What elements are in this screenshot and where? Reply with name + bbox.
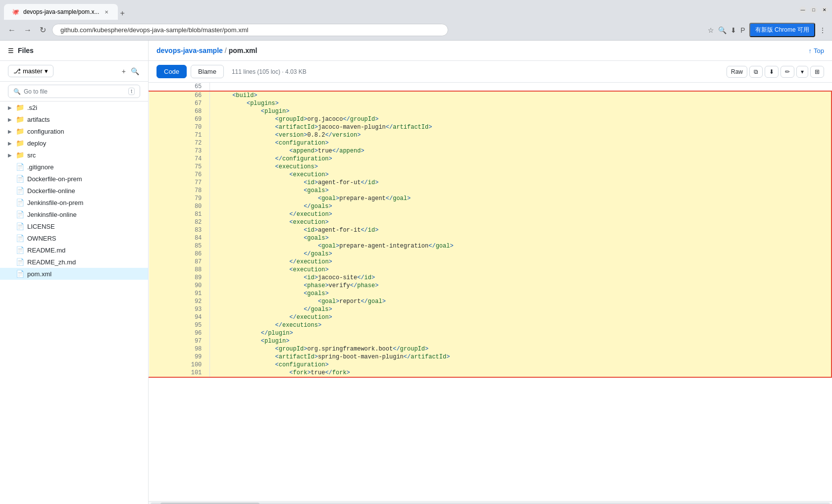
forward-button[interactable]: → — [22, 25, 34, 36]
tree-item-configuration[interactable]: ▶📁configuration — [0, 125, 148, 137]
file-icon: 📄 — [16, 234, 24, 242]
browser-tabs: 🐙 devops-java-sample/pom.x... ✕ + — [4, 0, 127, 20]
tree-item-pom-xml[interactable]: 📄pom.xml — [0, 268, 148, 280]
table-row: 65 — [149, 83, 832, 91]
folder-icon: 📁 — [16, 127, 24, 135]
new-tab-button[interactable]: + — [118, 7, 126, 20]
line-number: 77 — [149, 179, 210, 187]
tree-item-artifacts[interactable]: ▶📁artifacts — [0, 113, 148, 125]
table-row: 93 </goals> — [149, 305, 832, 313]
branch-area: ⎇ master ▾ + 🔍 — [0, 61, 148, 82]
folder-name: configuration — [27, 128, 64, 135]
table-row: 98 <groupId>org.springframework.boot</gr… — [149, 345, 832, 353]
raw-button[interactable]: Raw — [727, 66, 747, 78]
maximize-button[interactable]: □ — [810, 6, 817, 13]
search-files-button[interactable]: 🔍 — [130, 66, 140, 76]
table-row: 94 </execution> — [149, 313, 832, 321]
tab-blame-button[interactable]: Blame — [191, 65, 224, 78]
line-content: <plugin> — [210, 107, 832, 115]
folder-name: src — [27, 151, 36, 159]
tree-item--s2i[interactable]: ▶📁.s2i — [0, 101, 148, 113]
line-number: 85 — [149, 242, 210, 250]
table-row: 84 <goals> — [149, 234, 832, 242]
close-button[interactable]: ✕ — [821, 6, 828, 13]
line-number: 97 — [149, 337, 210, 345]
tree-item-Dockerfile-on-prem[interactable]: 📄Dockerfile-on-prem — [0, 173, 148, 185]
tree-item-README_zh-md[interactable]: 📄README_zh.md — [0, 256, 148, 268]
chrome-update-button[interactable]: 有新版 Chrome 可用 — [749, 23, 815, 37]
line-content: <execution> — [210, 266, 832, 274]
folder-name: deploy — [27, 140, 46, 147]
minimize-button[interactable]: — — [799, 6, 806, 13]
search-icon: 🔍 — [13, 88, 21, 95]
file-meta: 111 lines (105 loc) · 4.03 KB — [232, 68, 307, 75]
tree-item-README-md[interactable]: 📄README.md — [0, 244, 148, 256]
sidebar: ☰ Files ⎇ master ▾ + 🔍 🔍 Go to file t ▶📁… — [0, 41, 149, 504]
add-file-button[interactable]: + — [121, 66, 127, 76]
tree-item-Jenkinsfile-online[interactable]: 📄Jenkinsfile-online — [0, 208, 148, 220]
tree-item-LICENSE[interactable]: 📄LICENSE — [0, 220, 148, 232]
table-row: 70 <artifactId>jacoco-maven-plugin</arti… — [149, 123, 832, 131]
table-row: 67 <plugins> — [149, 100, 832, 107]
file-icon: 📄 — [16, 270, 24, 278]
branch-chevron-icon: ▾ — [45, 67, 48, 75]
line-content: </configuration> — [210, 155, 832, 163]
h-scrollbar-track[interactable] — [151, 503, 830, 504]
download-button[interactable]: ⬇ — [765, 66, 779, 78]
h-scrollbar-thumb[interactable] — [160, 503, 260, 504]
edit-button[interactable]: ✏ — [780, 66, 794, 78]
table-row: 86 </goals> — [149, 250, 832, 258]
line-number: 68 — [149, 107, 210, 115]
reload-button[interactable]: ↻ — [38, 24, 48, 36]
line-content: <id>agent-for-ut</id> — [210, 179, 832, 187]
download-icon[interactable]: ⬇ — [730, 26, 736, 34]
table-row: 74 </configuration> — [149, 155, 832, 163]
line-number: 86 — [149, 250, 210, 258]
table-row: 79 <goal>prepare-agent</goal> — [149, 195, 832, 202]
top-link[interactable]: ↑ Top — [809, 47, 824, 54]
tab-close-button[interactable]: ✕ — [103, 8, 110, 15]
file-name: Dockerfile-on-prem — [27, 175, 82, 183]
branch-selector[interactable]: ⎇ master ▾ — [8, 65, 53, 77]
chevron-icon: ▶ — [8, 141, 13, 146]
line-content: </goals> — [210, 202, 832, 210]
line-content: </execution> — [210, 210, 832, 218]
table-row: 73 <append>true</append> — [149, 147, 832, 155]
line-content: <plugins> — [210, 100, 832, 107]
code-container[interactable]: 6566 <build>67 <plugins>68 <plugin>69 <g… — [149, 83, 832, 501]
line-number: 72 — [149, 139, 210, 147]
address-input[interactable] — [52, 24, 448, 36]
sidebar-title: Files — [18, 47, 34, 54]
active-tab[interactable]: 🐙 devops-java-sample/pom.x... ✕ — [4, 4, 118, 20]
line-content: <configuration> — [210, 361, 832, 369]
tree-item-OWNERS[interactable]: 📄OWNERS — [0, 232, 148, 244]
file-toolbar: Code Blame 111 lines (105 loc) · 4.03 KB… — [149, 61, 832, 83]
line-number: 69 — [149, 115, 210, 123]
profile-icon[interactable]: P — [740, 26, 745, 34]
horizontal-scrollbar[interactable] — [149, 501, 832, 504]
tree-item--gitignore[interactable]: 📄.gitignore — [0, 161, 148, 173]
folder-name: .s2i — [27, 104, 37, 111]
tree-item-deploy[interactable]: ▶📁deploy — [0, 137, 148, 149]
extensions-icon[interactable]: ⋮ — [819, 26, 826, 34]
line-content: <phase>verify</phase> — [210, 282, 832, 290]
zoom-icon[interactable]: 🔍 — [718, 26, 727, 34]
more-button[interactable]: ▾ — [796, 66, 808, 78]
tree-item-Dockerfile-online[interactable]: 📄Dockerfile-online — [0, 185, 148, 197]
line-number: 84 — [149, 234, 210, 242]
table-row: 99 <artifactId>spring-boot-maven-plugin<… — [149, 353, 832, 361]
tree-item-src[interactable]: ▶📁src — [0, 149, 148, 161]
content-area: devops-java-sample / pom.xml ↑ Top Code … — [149, 41, 832, 504]
symbols-button[interactable]: ⊞ — [810, 66, 824, 78]
file-icon: 📄 — [16, 258, 24, 266]
copy-raw-button[interactable]: ⧉ — [749, 66, 763, 78]
go-to-file-input[interactable]: 🔍 Go to file t — [8, 85, 140, 98]
back-button[interactable]: ← — [6, 25, 18, 36]
tab-code-button[interactable]: Code — [156, 65, 187, 78]
tree-item-Jenkinsfile-on-prem[interactable]: 📄Jenkinsfile-on-prem — [0, 197, 148, 208]
breadcrumb-repo-link[interactable]: devops-java-sample — [156, 47, 223, 54]
bookmark-icon[interactable]: ☆ — [708, 26, 714, 34]
search-placeholder: Go to file — [24, 88, 48, 95]
tab-title: devops-java-sample/pom.x... — [23, 8, 99, 15]
line-content: <executions> — [210, 163, 832, 171]
